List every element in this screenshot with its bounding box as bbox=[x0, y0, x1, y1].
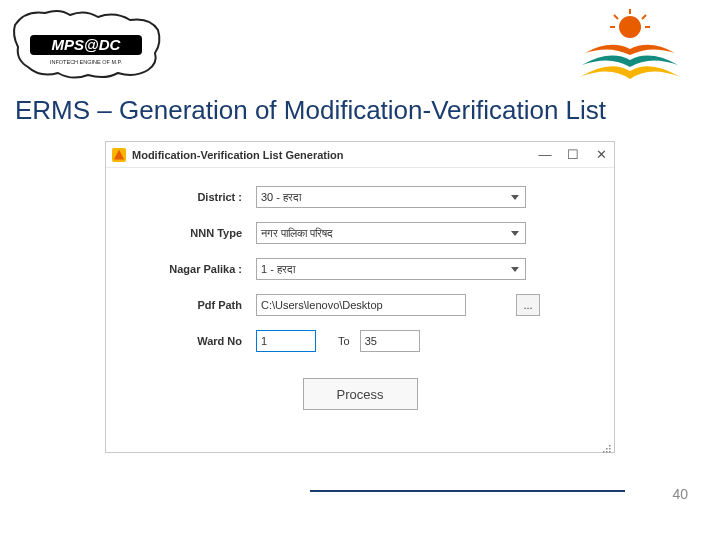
svg-line-5 bbox=[614, 15, 618, 19]
svg-rect-9 bbox=[609, 445, 611, 447]
svg-line-6 bbox=[642, 15, 646, 19]
app-icon bbox=[112, 148, 126, 162]
mpsedc-logo: MPS@DC INFOTECH ENGINE OF M.P. bbox=[10, 5, 165, 85]
nagar-palika-label: Nagar Palika : bbox=[126, 263, 256, 275]
ward-to-label: To bbox=[338, 335, 350, 347]
svg-rect-12 bbox=[603, 451, 605, 453]
book-sun-logo bbox=[570, 5, 690, 85]
ward-from-input[interactable]: 1 bbox=[256, 330, 316, 352]
nnn-type-label: NNN Type bbox=[126, 227, 256, 239]
svg-rect-10 bbox=[606, 448, 608, 450]
pdf-path-input[interactable]: C:\Users\lenovo\Desktop bbox=[256, 294, 466, 316]
svg-text:MPS@DC: MPS@DC bbox=[52, 36, 122, 53]
ward-no-label: Ward No bbox=[126, 335, 256, 347]
pdf-path-label: Pdf Path bbox=[126, 299, 256, 311]
footer-divider bbox=[310, 490, 625, 492]
ward-to-input[interactable]: 35 bbox=[360, 330, 420, 352]
minimize-button[interactable]: — bbox=[538, 147, 552, 162]
svg-rect-13 bbox=[606, 451, 608, 453]
district-label: District : bbox=[126, 191, 256, 203]
maximize-button[interactable]: ☐ bbox=[566, 147, 580, 162]
slide-title: ERMS – Generation of Modification-Verifi… bbox=[0, 95, 720, 136]
svg-rect-11 bbox=[609, 448, 611, 450]
page-number: 40 bbox=[672, 486, 688, 502]
browse-button[interactable]: ... bbox=[516, 294, 540, 316]
window-title: Modification-Verification List Generatio… bbox=[132, 149, 538, 161]
svg-text:INFOTECH ENGINE OF M.P.: INFOTECH ENGINE OF M.P. bbox=[50, 59, 122, 65]
nnn-type-select[interactable]: नगर पालिका परिषद bbox=[256, 222, 526, 244]
svg-rect-14 bbox=[609, 451, 611, 453]
district-select[interactable]: 30 - हरदा bbox=[256, 186, 526, 208]
nagar-palika-select[interactable]: 1 - हरदा bbox=[256, 258, 526, 280]
process-button[interactable]: Process bbox=[303, 378, 418, 410]
window-titlebar: Modification-Verification List Generatio… bbox=[106, 142, 614, 168]
close-button[interactable]: ✕ bbox=[594, 147, 608, 162]
app-window: Modification-Verification List Generatio… bbox=[105, 141, 615, 453]
resize-grip-icon[interactable] bbox=[602, 440, 612, 450]
svg-point-3 bbox=[619, 16, 641, 38]
